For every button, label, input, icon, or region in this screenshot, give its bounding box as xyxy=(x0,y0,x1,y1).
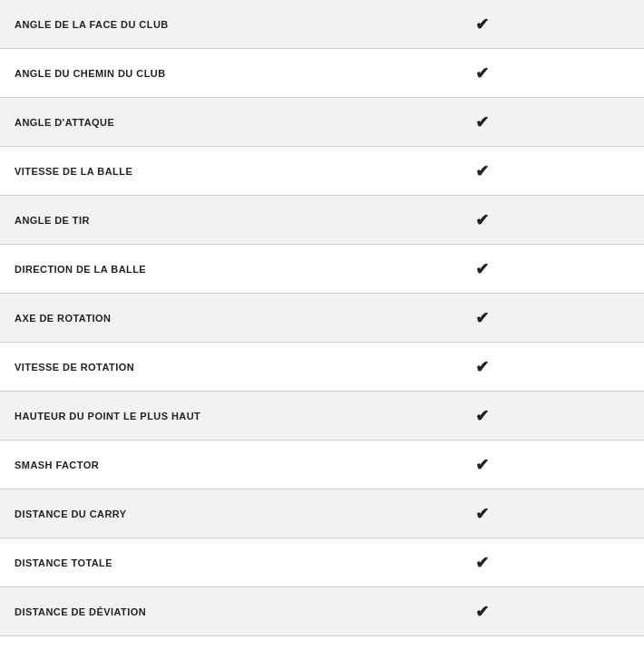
checkmark-icon: ✔ xyxy=(475,553,489,573)
row-label-vitesse-rotation: VITESSE DE ROTATION xyxy=(0,349,320,385)
table-row: VITESSE DE ROTATION✔ xyxy=(0,343,644,392)
table-row: SMASH FACTOR✔ xyxy=(0,441,644,489)
row-check-angle-tir: ✔ xyxy=(320,198,644,243)
row-check-angle-attaque: ✔ xyxy=(320,100,644,145)
table-row: HAUTEUR DU POINT LE PLUS HAUT✔ xyxy=(0,392,644,441)
table-row: ANGLE DU CHEMIN DU CLUB✔ xyxy=(0,49,644,98)
row-label-axe-rotation: AXE DE ROTATION xyxy=(0,300,320,336)
row-check-axe-rotation: ✔ xyxy=(320,295,644,341)
row-check-angle-chemin-club: ✔ xyxy=(320,51,644,96)
row-check-distance-deviation: ✔ xyxy=(320,589,644,634)
row-label-smash-factor: SMASH FACTOR xyxy=(0,447,320,483)
row-check-angle-face-club: ✔ xyxy=(320,2,644,47)
checkmark-icon: ✔ xyxy=(475,308,489,328)
table-row: ANGLE DE TIR✔ xyxy=(0,196,644,245)
table-row: DISTANCE DU CARRY✔ xyxy=(0,489,644,538)
checkmark-icon: ✔ xyxy=(475,406,489,426)
table-row: DISTANCE DE DÉVIATION✔ xyxy=(0,587,644,636)
row-check-direction-balle: ✔ xyxy=(320,247,644,292)
checkmark-icon: ✔ xyxy=(475,504,489,524)
checkmark-icon: ✔ xyxy=(475,259,489,279)
table-row: ANGLE D'ATTAQUE✔ xyxy=(0,98,644,147)
row-check-vitesse-balle: ✔ xyxy=(320,149,644,194)
row-label-angle-tir: ANGLE DE TIR xyxy=(0,202,320,238)
row-label-vitesse-balle: VITESSE DE LA BALLE xyxy=(0,153,320,189)
row-label-angle-face-club: ANGLE DE LA FACE DU CLUB xyxy=(0,6,320,43)
row-label-angle-chemin-club: ANGLE DU CHEMIN DU CLUB xyxy=(0,55,320,92)
table-row: DIRECTION DE LA BALLE✔ xyxy=(0,245,644,294)
row-label-distance-carry: DISTANCE DU CARRY xyxy=(0,496,320,532)
row-check-distance-totale: ✔ xyxy=(320,540,644,586)
checkmark-icon: ✔ xyxy=(475,15,489,34)
table-row: VITESSE DE LA BALLE✔ xyxy=(0,147,644,196)
checkmark-icon: ✔ xyxy=(475,357,489,377)
row-label-distance-deviation: DISTANCE DE DÉVIATION xyxy=(0,594,320,630)
table-row: DISTANCE TOTALE✔ xyxy=(0,538,644,587)
row-check-distance-carry: ✔ xyxy=(320,491,644,537)
row-label-distance-totale: DISTANCE TOTALE xyxy=(0,545,320,581)
row-label-direction-balle: DIRECTION DE LA BALLE xyxy=(0,251,320,287)
row-label-hauteur-point: HAUTEUR DU POINT LE PLUS HAUT xyxy=(0,398,320,434)
checkmark-icon: ✔ xyxy=(475,63,489,83)
checkmark-icon: ✔ xyxy=(475,112,489,132)
features-table: ANGLE DE LA FACE DU CLUB✔ANGLE DU CHEMIN… xyxy=(0,0,644,636)
table-row: AXE DE ROTATION✔ xyxy=(0,294,644,343)
table-row: ANGLE DE LA FACE DU CLUB✔ xyxy=(0,0,644,49)
checkmark-icon: ✔ xyxy=(475,161,489,181)
row-check-hauteur-point: ✔ xyxy=(320,393,644,439)
row-check-vitesse-rotation: ✔ xyxy=(320,344,644,390)
checkmark-icon: ✔ xyxy=(475,602,489,622)
checkmark-icon: ✔ xyxy=(475,210,489,230)
row-check-smash-factor: ✔ xyxy=(320,442,644,488)
row-label-angle-attaque: ANGLE D'ATTAQUE xyxy=(0,104,320,140)
checkmark-icon: ✔ xyxy=(475,455,489,475)
